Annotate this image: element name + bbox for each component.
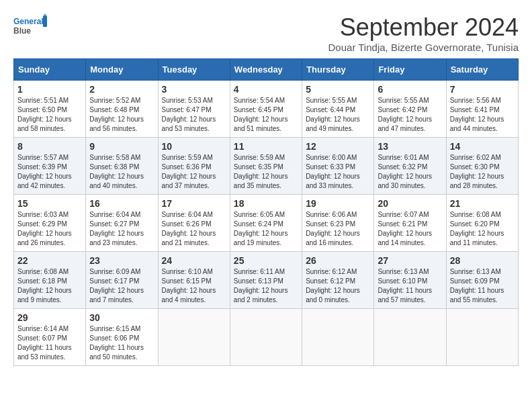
day-cell: 6Sunrise: 5:55 AMSunset: 6:42 PMDaylight… [374,81,446,138]
day-info: Sunrise: 6:12 AMSunset: 6:12 PMDaylight:… [306,267,370,305]
day-cell: 18Sunrise: 6:05 AMSunset: 6:24 PMDayligh… [230,195,302,252]
day-number: 27 [378,255,442,266]
day-cell: 12Sunrise: 6:00 AMSunset: 6:33 PMDayligh… [302,138,374,195]
day-cell: 21Sunrise: 6:08 AMSunset: 6:20 PMDayligh… [446,195,518,252]
day-cell: 28Sunrise: 6:13 AMSunset: 6:09 PMDayligh… [446,252,518,309]
page-header: General Blue September 2024 Douar Tindja… [13,13,519,53]
day-info: Sunrise: 6:04 AMSunset: 6:26 PMDaylight:… [162,210,226,248]
day-info: Sunrise: 5:55 AMSunset: 6:42 PMDaylight:… [378,96,442,134]
day-cell: 14Sunrise: 6:02 AMSunset: 6:30 PMDayligh… [446,138,518,195]
day-cell: 29Sunrise: 6:14 AMSunset: 6:07 PMDayligh… [14,309,86,366]
day-cell: 11Sunrise: 5:59 AMSunset: 6:35 PMDayligh… [230,138,302,195]
day-info: Sunrise: 6:13 AMSunset: 6:10 PMDaylight:… [378,267,442,305]
month-title: September 2024 [328,13,519,42]
day-cell: 7Sunrise: 5:56 AMSunset: 6:41 PMDaylight… [446,81,518,138]
day-number: 3 [162,84,226,95]
day-info: Sunrise: 6:01 AMSunset: 6:32 PMDaylight:… [378,153,442,191]
day-cell [230,309,302,366]
day-info: Sunrise: 6:13 AMSunset: 6:09 PMDaylight:… [450,267,515,305]
day-cell: 26Sunrise: 6:12 AMSunset: 6:12 PMDayligh… [302,252,374,309]
day-cell: 24Sunrise: 6:10 AMSunset: 6:15 PMDayligh… [158,252,230,309]
day-number: 15 [17,198,82,209]
day-cell: 19Sunrise: 6:06 AMSunset: 6:23 PMDayligh… [302,195,374,252]
day-info: Sunrise: 6:04 AMSunset: 6:27 PMDaylight:… [89,210,154,248]
day-number: 20 [378,198,442,209]
week-row-1: 1Sunrise: 5:51 AMSunset: 6:50 PMDaylight… [14,81,519,138]
svg-marker-3 [43,13,47,16]
day-cell: 23Sunrise: 6:09 AMSunset: 6:17 PMDayligh… [86,252,158,309]
day-info: Sunrise: 5:55 AMSunset: 6:44 PMDaylight:… [306,96,370,134]
column-header-friday: Friday [374,59,446,81]
day-info: Sunrise: 6:09 AMSunset: 6:17 PMDaylight:… [89,267,154,305]
day-cell: 25Sunrise: 6:11 AMSunset: 6:13 PMDayligh… [230,252,302,309]
day-info: Sunrise: 6:08 AMSunset: 6:18 PMDaylight:… [17,267,82,305]
column-header-sunday: Sunday [14,59,86,81]
day-cell: 22Sunrise: 6:08 AMSunset: 6:18 PMDayligh… [14,252,86,309]
svg-text:Blue: Blue [13,26,31,36]
day-cell [302,309,374,366]
day-number: 22 [17,255,82,266]
calendar-header-row: SundayMondayTuesdayWednesdayThursdayFrid… [14,59,519,81]
day-info: Sunrise: 6:07 AMSunset: 6:21 PMDaylight:… [378,210,442,248]
day-number: 24 [162,255,226,266]
day-cell: 20Sunrise: 6:07 AMSunset: 6:21 PMDayligh… [374,195,446,252]
column-header-thursday: Thursday [302,59,374,81]
day-info: Sunrise: 5:51 AMSunset: 6:50 PMDaylight:… [17,96,82,134]
day-cell: 10Sunrise: 5:59 AMSunset: 6:36 PMDayligh… [158,138,230,195]
day-info: Sunrise: 5:54 AMSunset: 6:45 PMDaylight:… [234,96,298,134]
column-header-monday: Monday [86,59,158,81]
day-number: 23 [89,255,154,266]
day-info: Sunrise: 6:06 AMSunset: 6:23 PMDaylight:… [306,210,370,248]
day-info: Sunrise: 5:52 AMSunset: 6:48 PMDaylight:… [89,96,154,134]
day-cell: 15Sunrise: 6:03 AMSunset: 6:29 PMDayligh… [14,195,86,252]
day-cell [374,309,446,366]
day-cell [446,309,518,366]
day-info: Sunrise: 5:53 AMSunset: 6:47 PMDaylight:… [162,96,226,134]
day-cell: 17Sunrise: 6:04 AMSunset: 6:26 PMDayligh… [158,195,230,252]
day-number: 8 [17,141,82,152]
day-cell: 9Sunrise: 5:58 AMSunset: 6:38 PMDaylight… [86,138,158,195]
day-number: 5 [306,84,370,95]
day-number: 11 [234,141,298,152]
day-number: 21 [450,198,515,209]
day-info: Sunrise: 5:59 AMSunset: 6:35 PMDaylight:… [234,153,298,191]
day-cell: 27Sunrise: 6:13 AMSunset: 6:10 PMDayligh… [374,252,446,309]
day-info: Sunrise: 5:56 AMSunset: 6:41 PMDaylight:… [450,96,515,134]
day-info: Sunrise: 6:15 AMSunset: 6:06 PMDaylight:… [89,324,154,362]
day-number: 10 [162,141,226,152]
svg-marker-2 [43,16,47,27]
column-header-saturday: Saturday [446,59,518,81]
week-row-3: 15Sunrise: 6:03 AMSunset: 6:29 PMDayligh… [14,195,519,252]
day-number: 26 [306,255,370,266]
day-cell: 16Sunrise: 6:04 AMSunset: 6:27 PMDayligh… [86,195,158,252]
day-cell: 3Sunrise: 5:53 AMSunset: 6:47 PMDaylight… [158,81,230,138]
day-number: 17 [162,198,226,209]
day-info: Sunrise: 6:11 AMSunset: 6:13 PMDaylight:… [234,267,298,305]
day-number: 18 [234,198,298,209]
day-number: 16 [89,198,154,209]
column-header-wednesday: Wednesday [230,59,302,81]
day-number: 14 [450,141,515,152]
day-number: 30 [89,312,154,323]
day-cell: 30Sunrise: 6:15 AMSunset: 6:06 PMDayligh… [86,309,158,366]
day-info: Sunrise: 5:57 AMSunset: 6:39 PMDaylight:… [17,153,82,191]
day-cell [158,309,230,366]
week-row-4: 22Sunrise: 6:08 AMSunset: 6:18 PMDayligh… [14,252,519,309]
location-subtitle: Douar Tindja, Bizerte Governorate, Tunis… [328,42,519,53]
week-row-2: 8Sunrise: 5:57 AMSunset: 6:39 PMDaylight… [14,138,519,195]
day-info: Sunrise: 6:14 AMSunset: 6:07 PMDaylight:… [17,324,82,362]
day-cell: 5Sunrise: 5:55 AMSunset: 6:44 PMDaylight… [302,81,374,138]
calendar-table: SundayMondayTuesdayWednesdayThursdayFrid… [13,58,519,366]
logo: General Blue [13,13,47,40]
day-number: 7 [450,84,515,95]
day-number: 1 [17,84,82,95]
day-cell: 1Sunrise: 5:51 AMSunset: 6:50 PMDaylight… [14,81,86,138]
day-info: Sunrise: 6:02 AMSunset: 6:30 PMDaylight:… [450,153,515,191]
day-cell: 13Sunrise: 6:01 AMSunset: 6:32 PMDayligh… [374,138,446,195]
day-number: 2 [89,84,154,95]
day-number: 4 [234,84,298,95]
week-row-5: 29Sunrise: 6:14 AMSunset: 6:07 PMDayligh… [14,309,519,366]
logo-icon: General Blue [13,13,47,40]
day-info: Sunrise: 6:05 AMSunset: 6:24 PMDaylight:… [234,210,298,248]
day-info: Sunrise: 5:59 AMSunset: 6:36 PMDaylight:… [162,153,226,191]
